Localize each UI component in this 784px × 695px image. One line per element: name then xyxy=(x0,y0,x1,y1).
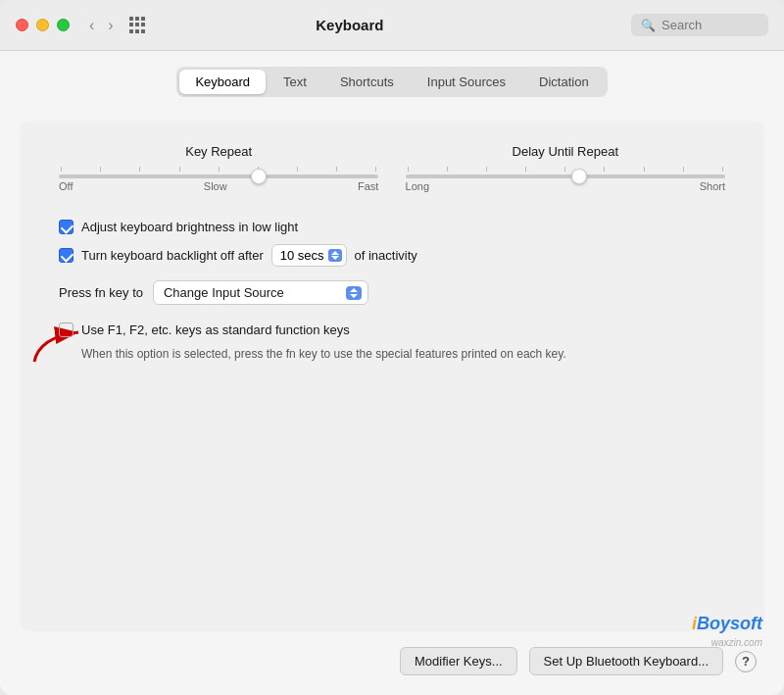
fn-checkbox-row: Use F1, F2, etc. keys as standard functi… xyxy=(59,323,725,337)
key-repeat-fast-label: Fast xyxy=(358,180,378,192)
delay-repeat-group: Delay Until Repeat Long Short xyxy=(406,144,725,192)
brightness-checkbox[interactable] xyxy=(59,220,74,234)
press-fn-arrow-icon xyxy=(346,286,362,300)
backlight-checkbox[interactable] xyxy=(59,248,74,263)
tab-shortcuts[interactable]: Shortcuts xyxy=(324,70,410,94)
tab-text[interactable]: Text xyxy=(268,70,322,94)
key-repeat-labels: Off Slow Fast xyxy=(59,180,378,192)
brightness-label: Adjust keyboard brightness in low light xyxy=(81,220,298,234)
search-box[interactable]: 🔍 xyxy=(631,14,768,36)
backlight-label-before: Turn keyboard backlight off after xyxy=(81,248,264,263)
brand-rest: Boysoft xyxy=(697,614,762,633)
key-repeat-group: Key Repeat Off Slow xyxy=(59,144,378,192)
setup-bluetooth-button[interactable]: Set Up Bluetooth Keyboard... xyxy=(529,647,723,675)
tab-input-sources[interactable]: Input Sources xyxy=(412,70,521,94)
press-fn-row: Press fn key to Change Input Source xyxy=(59,280,725,305)
press-fn-dropdown[interactable]: Change Input Source xyxy=(153,280,368,305)
fn-keys-label: Use F1, F2, etc. keys as standard functi… xyxy=(81,323,350,337)
delay-repeat-slider-container xyxy=(406,167,725,178)
search-icon: 🔍 xyxy=(641,19,656,32)
backlight-label-after: of inactivity xyxy=(355,248,417,263)
tabs: Keyboard Text Shortcuts Input Sources Di… xyxy=(176,67,607,97)
press-fn-value: Change Input Source xyxy=(164,285,340,300)
tab-dictation[interactable]: Dictation xyxy=(523,70,605,94)
delay-repeat-label: Delay Until Repeat xyxy=(513,144,618,159)
delay-long-label: Long xyxy=(406,180,429,192)
watermark-text: waxzin.com xyxy=(711,637,762,648)
search-input[interactable] xyxy=(662,18,759,32)
tabs-container: Keyboard Text Shortcuts Input Sources Di… xyxy=(20,67,764,97)
sliders-row: Key Repeat Off Slow xyxy=(59,144,725,192)
fn-section: Use F1, F2, etc. keys as standard functi… xyxy=(59,323,725,363)
close-button[interactable] xyxy=(16,19,28,31)
inactivity-value: 10 secs xyxy=(280,248,324,263)
key-repeat-slider-container xyxy=(59,167,378,178)
key-repeat-track[interactable] xyxy=(59,174,378,178)
key-repeat-off-label: Off xyxy=(59,180,73,192)
key-repeat-slow-label: Slow xyxy=(204,180,227,192)
key-repeat-label: Key Repeat xyxy=(185,144,252,159)
tab-keyboard[interactable]: Keyboard xyxy=(179,70,266,94)
help-button[interactable]: ? xyxy=(735,651,757,672)
settings-panel: Key Repeat Off Slow xyxy=(20,121,764,631)
inactivity-dropdown[interactable]: 10 secs xyxy=(271,244,347,267)
inactivity-dropdown-arrow xyxy=(328,249,342,262)
modifier-keys-button[interactable]: Modifier Keys... xyxy=(400,647,517,675)
backlight-row: Turn keyboard backlight off after 10 sec… xyxy=(59,244,725,267)
main-window: ‹ › Keyboard 🔍 Keyboard Text Shortcuts I… xyxy=(0,0,784,695)
brightness-row: Adjust keyboard brightness in low light xyxy=(59,220,725,234)
brand-watermark: iBoysoft xyxy=(692,614,762,634)
bottom-section: Modifier Keys... Set Up Bluetooth Keyboa… xyxy=(20,647,764,675)
delay-repeat-track[interactable] xyxy=(406,174,725,178)
traffic-lights xyxy=(16,19,70,31)
fn-keys-description: When this option is selected, press the … xyxy=(81,345,725,363)
fn-keys-checkbox[interactable] xyxy=(59,323,74,337)
press-fn-label: Press fn key to xyxy=(59,285,143,300)
minimize-button[interactable] xyxy=(36,19,49,31)
title-bar: ‹ › Keyboard 🔍 xyxy=(0,0,784,51)
content-area: Keyboard Text Shortcuts Input Sources Di… xyxy=(0,51,784,695)
delay-short-label: Short xyxy=(700,180,725,192)
window-title: Keyboard xyxy=(69,17,631,33)
delay-repeat-labels: Long Short xyxy=(406,180,725,192)
